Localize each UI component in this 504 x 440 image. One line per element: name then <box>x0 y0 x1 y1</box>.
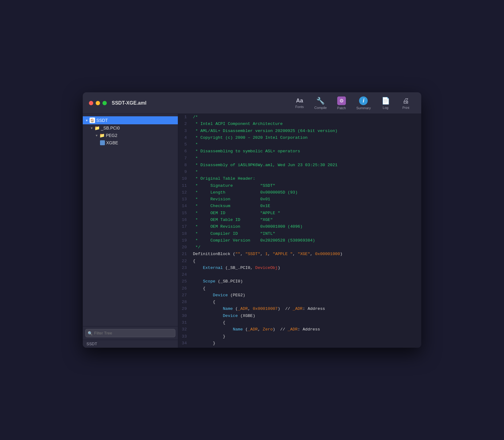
line-code: { <box>190 319 421 326</box>
line-number: 28 <box>178 299 190 306</box>
line-number: 7 <box>178 155 190 162</box>
table-row: 25 Scope (_SB.PCI0) <box>178 278 421 285</box>
summary-label: Summary <box>356 106 371 110</box>
log-icon: 📄 <box>382 97 390 105</box>
line-code: { <box>190 299 421 306</box>
line-code: * Checksum 0x1E <box>190 203 421 210</box>
table-row: 28 { <box>178 299 421 306</box>
line-number: 22 <box>178 258 190 265</box>
chevron-down-icon-3: ▼ <box>95 134 98 137</box>
table-row: 27 Device (PEG2) <box>178 292 421 299</box>
line-number: 27 <box>178 292 190 299</box>
sidebar-label-sb-pci0: _SB.PCI0 <box>101 126 120 130</box>
line-number: 1 <box>178 114 190 121</box>
maximize-button[interactable] <box>102 101 107 105</box>
folder-icon-sb: 📁 <box>94 126 100 130</box>
minimize-button[interactable] <box>96 101 100 105</box>
line-number: 21 <box>178 251 190 258</box>
sidebar-status: SSDT <box>83 340 178 348</box>
line-code: DefinitionBlock ("", "SSDT", 1, "APPLE "… <box>190 251 421 258</box>
line-code: Device (PEG2) <box>190 292 421 299</box>
table-row: 30 Device (XGBE) <box>178 313 421 319</box>
line-number: 4 <box>178 134 190 141</box>
fonts-icon: Aa <box>296 98 303 104</box>
line-number: 20 <box>178 244 190 251</box>
sidebar-item-sb-pci0[interactable]: ▼ 📁 _SB.PCI0 <box>88 124 178 132</box>
line-code: } <box>190 347 421 348</box>
line-number: 19 <box>178 237 190 244</box>
line-code: /* <box>190 114 421 121</box>
line-code <box>190 271 421 278</box>
code-table: 1/*2 * Intel ACPI Component Architecture… <box>178 114 421 348</box>
print-toolbar-item[interactable]: 🖨 Print <box>397 95 415 111</box>
line-number: 34 <box>178 340 190 347</box>
sidebar-label-ssdt: SSDT <box>96 118 108 123</box>
patch-icon: ⚙ <box>337 96 346 105</box>
table-row: 21DefinitionBlock ("", "SSDT", 1, "APPLE… <box>178 251 421 258</box>
log-label: Log <box>383 106 388 109</box>
doc-icon <box>100 140 105 145</box>
table-row: 34 } <box>178 340 421 347</box>
line-code: * <box>190 169 421 175</box>
table-row: 5 * <box>178 141 421 148</box>
sidebar-item-ssdt[interactable]: ▼ 🏠 SSDT <box>83 116 178 124</box>
main-window: SSDT-XGE.aml Aa Fonts 🔧 Compile ⚙ Patch … <box>83 92 421 348</box>
table-row: 35 } <box>178 347 421 348</box>
table-row: 19 * Compiler Version 0x20200528 (538969… <box>178 237 421 244</box>
traffic-lights <box>89 101 107 105</box>
tree-container[interactable]: ▼ 🏠 SSDT ▼ 📁 _SB.PCI0 ▼ 📁 PEG2 <box>83 114 178 326</box>
line-code: * AML/ASL+ Disassembler version 20200925… <box>190 128 421 134</box>
close-button[interactable] <box>89 101 93 105</box>
compile-toolbar-item[interactable]: 🔧 Compile <box>311 95 330 111</box>
line-code: * Compiler ID "INTL" <box>190 230 421 237</box>
summary-toolbar-item[interactable]: i Summary <box>353 94 374 111</box>
line-number: 30 <box>178 313 190 319</box>
log-toolbar-item[interactable]: 📄 Log <box>376 95 395 111</box>
table-row: 2 * Intel ACPI Component Architecture <box>178 121 421 127</box>
compile-label: Compile <box>314 106 327 109</box>
line-code: * Original Table Header: <box>190 175 421 182</box>
table-row: 11 * Signature "SSDT" <box>178 182 421 189</box>
line-number: 29 <box>178 306 190 312</box>
line-number: 13 <box>178 196 190 203</box>
sidebar-item-xgbe[interactable]: XGBE <box>98 139 178 146</box>
line-code: * Length 0x0000005D (93) <box>190 189 421 196</box>
print-label: Print <box>402 106 410 109</box>
line-number: 23 <box>178 265 190 271</box>
line-number: 26 <box>178 285 190 292</box>
folder-icon-peg2: 📁 <box>99 133 105 138</box>
line-number: 14 <box>178 203 190 210</box>
sidebar-item-peg2[interactable]: ▼ 📁 PEG2 <box>93 132 178 139</box>
code-area[interactable]: 1/*2 * Intel ACPI Component Architecture… <box>178 114 421 348</box>
table-row: 24 <box>178 271 421 278</box>
filter-bar: 🔍 <box>83 326 178 340</box>
line-number: 3 <box>178 128 190 134</box>
line-code: External (_SB_.PCI0, DeviceObj) <box>190 265 421 271</box>
print-icon: 🖨 <box>402 97 409 105</box>
table-row: 14 * Checksum 0x1E <box>178 203 421 210</box>
line-number: 9 <box>178 169 190 175</box>
table-row: 31 { <box>178 319 421 326</box>
filter-input[interactable] <box>85 329 175 337</box>
table-row: 23 External (_SB_.PCI0, DeviceObj) <box>178 265 421 271</box>
fonts-toolbar-item[interactable]: Aa Fonts <box>290 96 309 110</box>
chevron-down-icon-2: ▼ <box>90 126 93 130</box>
table-row: 6 * Disassembling to symbolic ASL+ opera… <box>178 148 421 155</box>
table-row: 10 * Original Table Header: <box>178 175 421 182</box>
compile-icon: 🔧 <box>316 97 325 105</box>
table-row: 7 * <box>178 155 421 162</box>
line-number: 33 <box>178 333 190 340</box>
line-number: 11 <box>178 182 190 189</box>
line-number: 25 <box>178 278 190 285</box>
line-number: 35 <box>178 347 190 348</box>
line-code: Device (XGBE) <box>190 313 421 319</box>
table-row: 26 { <box>178 285 421 292</box>
line-code: } <box>190 333 421 340</box>
line-number: 32 <box>178 326 190 333</box>
table-row: 12 * Length 0x0000005D (93) <box>178 189 421 196</box>
patch-toolbar-item[interactable]: ⚙ Patch <box>332 94 351 111</box>
sidebar-label-xgbe: XGBE <box>106 140 118 145</box>
line-code: * OEM Revision 0x00001000 (4096) <box>190 223 421 230</box>
table-row: 20 */ <box>178 244 421 251</box>
line-number: 2 <box>178 121 190 127</box>
